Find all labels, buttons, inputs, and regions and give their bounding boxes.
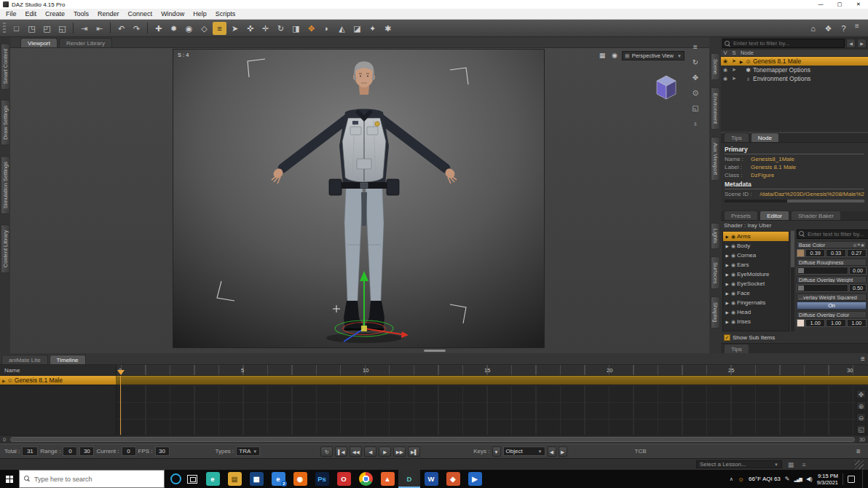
diffuse-overlay-weight-slider[interactable]	[797, 284, 848, 292]
import-icon[interactable]: ⇥	[77, 22, 91, 35]
create-null-icon[interactable]: ◇	[197, 22, 211, 35]
surface-face[interactable]: ▶◉Face	[723, 288, 789, 298]
overlay-weight-squared-header[interactable]: ...verlay Weight Squared	[797, 294, 867, 301]
pane-options-icon[interactable]: ≡	[690, 42, 701, 52]
new-file-icon[interactable]: □	[9, 22, 23, 35]
render-icon[interactable]: ✦	[366, 22, 379, 35]
menu-render[interactable]: Render	[93, 9, 124, 20]
base-color-g[interactable]: 0.33	[826, 249, 845, 257]
visibility-toggle-icon[interactable]: ◉	[721, 67, 730, 73]
task-view-icon[interactable]	[187, 475, 197, 484]
render-settings-icon[interactable]: ✱	[381, 22, 395, 35]
horizontal-scrollbar[interactable]	[725, 200, 864, 202]
filter-back-button[interactable]: ◀	[846, 39, 856, 48]
create-primitive-icon[interactable]: ✚	[151, 22, 165, 35]
previous-key-button[interactable]: ◀◀	[350, 446, 362, 457]
taskbar-app-daz-studio[interactable]: D	[398, 470, 420, 488]
weather-widget[interactable]: 66°F AQI 63	[749, 476, 781, 482]
menu-edit[interactable]: Edit	[21, 9, 42, 20]
spot-render-tool-icon[interactable]: ◪	[350, 22, 364, 35]
expander-icon[interactable]: ▶	[725, 244, 730, 248]
tab-tips-bottom[interactable]: Tips	[724, 344, 749, 353]
range-end-field[interactable]: 30	[79, 446, 94, 456]
tab-scene[interactable]: Scene	[711, 53, 720, 80]
diffuse-overlay-weight-value[interactable]: 0.50	[849, 284, 867, 292]
surface-body[interactable]: ▶◉Body	[723, 241, 789, 251]
tab-presets[interactable]: Presets	[724, 210, 758, 220]
taskbar-app-edge[interactable]: e	[202, 470, 224, 488]
tab-smart-content[interactable]: Smart Content	[1, 43, 10, 90]
tab-simulation-settings[interactable]: Simulation Settings	[1, 156, 10, 214]
view-cube-gizmo[interactable]	[653, 71, 679, 105]
taskbar-search-input[interactable]	[34, 476, 159, 483]
overlay-color-swatch[interactable]	[797, 319, 805, 327]
pen-icon[interactable]: ✎	[785, 476, 790, 482]
filter-forward-button[interactable]: ▶	[857, 39, 867, 48]
diffuse-roughness-header[interactable]: Diffuse Roughness	[797, 259, 867, 266]
visibility-toggle-icon[interactable]: ◉	[721, 76, 730, 82]
expander-icon[interactable]: ▶	[725, 282, 730, 286]
toolbar-menu-icon[interactable]: ≡	[852, 22, 862, 35]
geometry-editor-tool-icon[interactable]: ◭	[335, 22, 349, 35]
surface-arms[interactable]: ▶◉Arms	[723, 232, 789, 241]
play-button[interactable]: ▶	[379, 446, 391, 457]
rotate-tool-icon[interactable]: ↻	[274, 22, 288, 35]
expander-icon[interactable]: ▶	[738, 59, 744, 64]
tray-expand-icon[interactable]: ∧	[730, 476, 733, 482]
menu-tools[interactable]: Tools	[69, 9, 93, 20]
zoom-in-icon[interactable]: ⊕	[856, 401, 866, 410]
diffuse-overlay-weight-header[interactable]: Diffuse Overlay Weight	[797, 276, 867, 283]
taskbar-app-edge-blue[interactable]: e2	[267, 470, 289, 488]
frame-icon[interactable]: ◱	[690, 103, 701, 114]
diffuse-roughness-value[interactable]: 0.00	[849, 267, 867, 275]
diffuse-roughness-slider[interactable]	[797, 267, 848, 275]
help-icon[interactable]: ?	[837, 22, 851, 35]
scene-node-tonemapper[interactable]: ◉ ➤ ✱ Tonemapper Options	[721, 66, 868, 74]
taskbar-app-firefox[interactable]: ◉	[289, 470, 311, 488]
visibility-toggle-icon[interactable]: ◉	[721, 58, 730, 64]
taskbar-app-movies[interactable]: ▶	[464, 470, 486, 488]
base-color-header[interactable]: Base Color ⊘ ♥ ✱	[797, 241, 867, 248]
tab-aux-viewport[interactable]: Aux Viewport	[711, 137, 720, 181]
property-filter-input[interactable]	[797, 229, 868, 239]
base-color-swatch[interactable]	[797, 249, 805, 257]
base-color-b[interactable]: 0.27	[847, 249, 867, 257]
overlay-color-g[interactable]: 1.00	[826, 319, 845, 327]
view-selector-dropdown[interactable]: ▦ Perspective View ▼	[622, 51, 684, 60]
translate-tool-icon[interactable]: ✛	[259, 22, 272, 35]
overlay-color-r[interactable]: 1.00	[805, 319, 825, 327]
timeline-pan-icon[interactable]: ✥	[856, 390, 866, 398]
selectable-toggle-icon[interactable]: ➤	[730, 58, 738, 64]
create-camera-icon[interactable]: ◉	[182, 22, 196, 35]
surface-head[interactable]: ▶◉Head	[723, 307, 789, 317]
redo-icon[interactable]: ↷	[130, 22, 143, 35]
open-file-icon[interactable]: ◳	[25, 22, 39, 35]
toolbar-grip[interactable]	[3, 23, 6, 34]
canvas-slider[interactable]	[424, 350, 446, 352]
tab-shaping[interactable]: Shaping	[711, 296, 720, 328]
prev-key-nav-button[interactable]: ◀	[548, 446, 556, 457]
frame-all-icon[interactable]: ◱	[856, 425, 866, 433]
menu-connect[interactable]: Connect	[124, 9, 157, 20]
tab-draw-settings[interactable]: Draw Settings	[1, 100, 10, 146]
surface-list-scrollbar[interactable]	[791, 231, 794, 331]
surface-eyemoisture[interactable]: ▶◉EyeMoisture	[723, 269, 789, 279]
create-light-icon[interactable]: ✹	[167, 22, 181, 35]
surface-selection-tool-icon[interactable]: ◗	[320, 22, 334, 35]
tab-timeline[interactable]: Timeline	[50, 355, 86, 364]
tab-environment[interactable]: Environment	[711, 87, 720, 130]
tab-content-library[interactable]: Content Library	[1, 224, 10, 273]
image-map-icon[interactable]: ⊘	[853, 243, 856, 248]
show-sub-items-checkbox[interactable]: ✓ Show Sub Items	[724, 334, 775, 341]
taskbar-search[interactable]	[19, 470, 165, 488]
keys-mode-dropdown[interactable]: Object ▼	[503, 446, 545, 456]
surface-cornea[interactable]: ▶◉Cornea	[723, 251, 789, 260]
resize-grip[interactable]	[855, 460, 864, 469]
tab-tips[interactable]: Tips	[724, 133, 749, 142]
expander-icon[interactable]: ▶	[725, 320, 730, 324]
expander-icon[interactable]: ▶	[725, 310, 730, 315]
universal-tool-icon[interactable]: ✥	[304, 22, 318, 35]
active-pose-tool-icon[interactable]: ✜	[243, 22, 257, 35]
expander-icon[interactable]: ▶	[725, 253, 730, 258]
zoom-out-icon[interactable]: ⊖	[856, 413, 866, 422]
